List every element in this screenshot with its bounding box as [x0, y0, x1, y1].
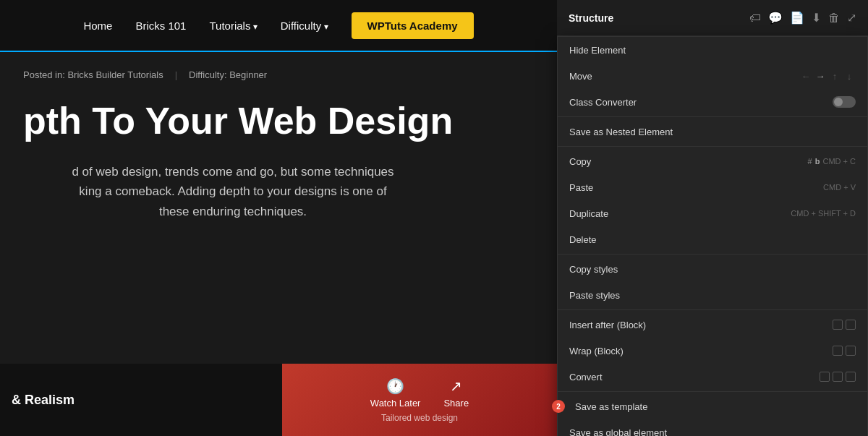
share-icon: ↗: [450, 377, 462, 395]
video-caption: Tailored web design: [381, 413, 458, 423]
clock-icon: 🕐: [386, 377, 404, 395]
menu-divider: [558, 116, 867, 117]
share-action[interactable]: ↗ Share: [443, 377, 469, 409]
nav-cta-button[interactable]: WPTuts Academy: [352, 12, 474, 39]
arrow-up-icon: ↑: [828, 71, 841, 82]
menu-divider: [558, 254, 867, 255]
checkbox-1[interactable]: [820, 372, 830, 382]
nav-tutorials[interactable]: Tutorials: [209, 20, 257, 32]
checkbox-3[interactable]: [846, 372, 856, 382]
insert-checkboxes: [833, 320, 856, 330]
checkbox-2[interactable]: [833, 372, 843, 382]
comment-icon[interactable]: 💬: [768, 11, 783, 25]
video-left: & Realism: [0, 364, 282, 436]
menu-paste[interactable]: Paste CMD + V: [558, 174, 867, 200]
move-arrows: ← → ↑ ↓: [799, 71, 856, 82]
expand-icon[interactable]: ⤢: [847, 11, 856, 25]
arrow-right-icon: →: [814, 71, 827, 82]
download-icon[interactable]: ⬇: [812, 11, 821, 25]
paste-shortcut: CMD + V: [823, 183, 856, 192]
watch-later-label: Watch Later: [370, 398, 421, 409]
video-left-text: & Realism: [12, 393, 75, 408]
nav-home[interactable]: Home: [83, 20, 112, 32]
video-overlay: & Realism 🕐 Watch Later ↗ Share Tailored…: [0, 364, 557, 436]
convert-checkboxes: [820, 372, 856, 382]
nav-bricks101[interactable]: Bricks 101: [135, 20, 186, 32]
menu-divider: [558, 146, 867, 147]
preview-panel: Home Bricks 101 Tutorials Difficulty WPT…: [0, 0, 557, 436]
page-subtitle: d of web design, trends come and go, but…: [23, 162, 443, 221]
class-converter-toggle[interactable]: [833, 96, 856, 108]
meta-line: Posted in: Bricks Builder Tutorials | Di…: [23, 69, 534, 80]
nav-bar: Home Bricks 101 Tutorials Difficulty WPT…: [0, 0, 557, 52]
nav-difficulty[interactable]: Difficulty: [281, 20, 328, 32]
checkbox-1[interactable]: [833, 346, 843, 356]
copy-shortcut: # b CMD + C: [808, 157, 856, 166]
menu-paste-styles[interactable]: Paste styles: [558, 282, 867, 308]
watch-later-action[interactable]: 🕐 Watch Later: [370, 377, 421, 409]
document-icon[interactable]: 📄: [790, 11, 804, 25]
menu-insert-after[interactable]: Insert after (Block): [558, 312, 867, 338]
structure-title: Structure: [569, 12, 741, 24]
structure-header: Structure 🏷 💬 📄 ⬇ 🗑 ⤢: [557, 0, 868, 36]
wrap-checkboxes: [833, 346, 856, 356]
arrow-down-icon: ↓: [843, 71, 856, 82]
context-menu: Hide Element Move ← → ↑ ↓ Class Converte…: [557, 36, 868, 436]
header-icons: 🏷 💬 📄 ⬇ 🗑 ⤢: [749, 11, 856, 25]
checkbox-1[interactable]: [833, 320, 843, 330]
meta-separator: |: [175, 69, 177, 80]
menu-copy[interactable]: Copy # b CMD + C: [558, 148, 867, 174]
checkbox-2[interactable]: [846, 320, 856, 330]
menu-duplicate[interactable]: Duplicate CMD + SHIFT + D: [558, 200, 867, 226]
page-title: pth To Your Web Design: [23, 101, 534, 142]
menu-wrap[interactable]: Wrap (Block): [558, 338, 867, 364]
badge-2: 2: [552, 400, 565, 413]
posted-in: Posted in: Bricks Builder Tutorials: [23, 69, 163, 80]
share-label: Share: [443, 398, 469, 409]
video-actions: 🕐 Watch Later ↗ Share: [370, 377, 469, 409]
difficulty-level: Difficulty: Beginner: [189, 69, 267, 80]
tag-icon[interactable]: 🏷: [749, 12, 761, 25]
content-area: Posted in: Bricks Builder Tutorials | Di…: [0, 52, 557, 239]
trash-icon[interactable]: 🗑: [828, 12, 840, 25]
menu-move[interactable]: Move ← → ↑ ↓: [558, 63, 867, 89]
menu-divider: [558, 309, 867, 310]
menu-save-template[interactable]: 2 Save as template: [558, 393, 867, 419]
menu-save-global[interactable]: Save as global element: [558, 419, 867, 436]
structure-panel: Structure 🏷 💬 📄 ⬇ 🗑 ⤢ ▶ SECTION Section …: [557, 0, 868, 436]
menu-divider: [558, 391, 867, 392]
menu-delete[interactable]: Delete: [558, 226, 867, 252]
arrow-left-icon: ←: [799, 71, 812, 82]
duplicate-shortcut: CMD + SHIFT + D: [791, 209, 856, 218]
menu-hide-element[interactable]: Hide Element: [558, 37, 867, 63]
menu-convert[interactable]: Convert: [558, 364, 867, 390]
video-right: 🕐 Watch Later ↗ Share Tailored web desig…: [282, 364, 557, 436]
menu-save-nested[interactable]: Save as Nested Element: [558, 119, 867, 145]
checkbox-2[interactable]: [846, 346, 856, 356]
menu-copy-styles[interactable]: Copy styles: [558, 256, 867, 282]
menu-class-converter[interactable]: Class Converter: [558, 89, 867, 115]
